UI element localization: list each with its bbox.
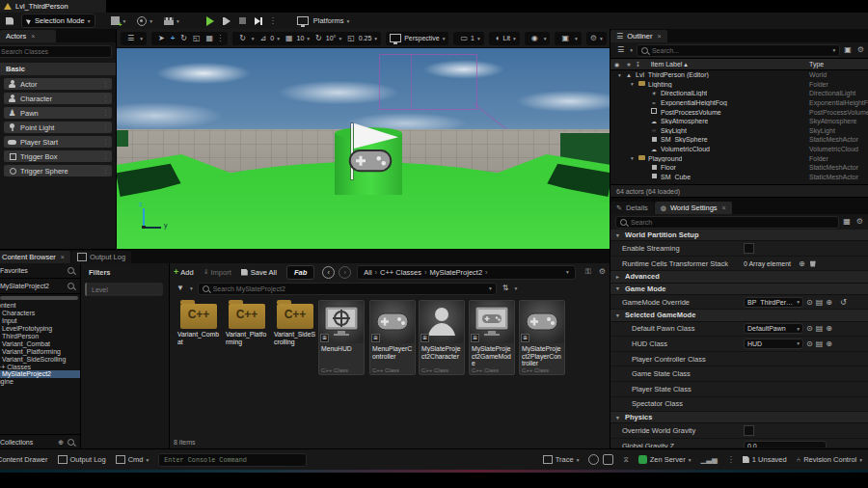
output-log-tab[interactable]: Output Log — [71, 251, 131, 263]
breadcrumb-segment[interactable]: All — [364, 268, 371, 277]
asset-tile-menuplayercontroller[interactable]: ⊞MenuPlayerControllerC++ Class — [369, 300, 416, 375]
breadcrumb[interactable]: All›C++ Classes›MySlateProject2›▾ — [357, 265, 576, 280]
folder-tree-item[interactable]: Engine — [0, 378, 80, 386]
folder-tree-item[interactable]: Characters — [0, 310, 80, 317]
rotate-tool-icon[interactable]: ↻ — [180, 34, 187, 43]
folder-tree-item[interactable]: MySlateProject2 — [0, 370, 80, 378]
use-asset-icon[interactable]: ⊙ — [806, 324, 813, 333]
search-icon[interactable] — [68, 439, 74, 446]
breadcrumb-segment[interactable]: MySlateProject2 — [430, 268, 483, 277]
tools-more-icon[interactable]: ⋮ — [216, 35, 224, 42]
project-root-header[interactable]: MySlateProject2 — [0, 279, 80, 294]
asset-tile-menuhud[interactable]: ⊞MenuHUDC++ Class — [318, 300, 365, 375]
show-flags-button[interactable]: ◉▾ — [525, 32, 551, 45]
selection-mode-button[interactable]: Selection Mode ▾ — [21, 14, 95, 28]
play-options-icon[interactable]: ⋮ — [269, 17, 277, 25]
viewport-scene[interactable]: z y — [117, 48, 610, 249]
viewport-options-icon[interactable]: ☰ — [127, 34, 134, 43]
save-all-button[interactable]: Save All — [241, 268, 277, 277]
asset-folder-variant_platforming[interactable]: C++Variant_Platforming — [224, 300, 270, 345]
place-actor-item-character[interactable]: Character⋮ — [4, 93, 112, 104]
back-icon[interactable]: ‹ — [322, 266, 335, 279]
browse-icon[interactable]: ▤ — [816, 339, 824, 348]
place-actor-item-trigger-sphere[interactable]: Trigger Sphere⋮ — [4, 165, 112, 176]
checkbox[interactable] — [744, 425, 754, 436]
collections-header[interactable]: Collections ⊕ — [0, 434, 80, 449]
place-actor-item-trigger-box[interactable]: Trigger Box⋮ — [4, 150, 112, 162]
world-grid-icon[interactable]: ▦ — [206, 34, 214, 43]
trace-dropdown[interactable]: Trace▾ — [543, 455, 580, 464]
asset-folder-variant_combat[interactable]: C++Variant_Combat — [176, 300, 222, 345]
blueprints-icon[interactable] — [137, 16, 147, 26]
folder-tree-item[interactable]: Content — [0, 302, 80, 310]
pin-column-icon[interactable]: ↧ — [636, 60, 640, 69]
play-button[interactable] — [206, 16, 214, 26]
asset-tile-myslateproject2playercontroller[interactable]: ⊞MySlateProject2PlayerControllerC++ Clas… — [519, 300, 565, 375]
expander-icon[interactable]: ▾ — [631, 81, 637, 87]
class-select-dropdown[interactable]: BP_ThirdPersonG▾ — [744, 297, 803, 308]
reset-to-default-icon[interactable]: ↺ — [840, 298, 847, 307]
asset-folder-variant_sidescrolling[interactable]: C++Variant_SideScrolling — [272, 300, 318, 345]
content-drawer-button[interactable]: Content Drawer — [0, 455, 48, 464]
fab-button[interactable]: Fab — [286, 265, 314, 280]
section-header-advanced[interactable]: ▸Advanced — [610, 271, 868, 283]
use-asset-icon[interactable]: ⊙ — [806, 298, 813, 307]
scale-tool-icon[interactable]: ◱ — [193, 34, 201, 43]
platforms-button[interactable]: Platforms ▾ — [292, 14, 354, 27]
rotation-snap-value[interactable]: 10° — [326, 35, 337, 41]
grid-snap-icon[interactable]: ▦ — [285, 34, 293, 43]
record-icon[interactable] — [603, 454, 613, 465]
zen-server-dropdown[interactable]: Zen Server▾ — [638, 455, 692, 464]
output-log-button[interactable]: Output Log — [58, 455, 106, 464]
move-tool-icon[interactable]: + — [171, 34, 176, 43]
revision-control-dropdown[interactable]: ⑃ Revision Control▾ — [797, 455, 862, 464]
star-column-icon[interactable]: ★ — [626, 61, 631, 68]
performance-icon[interactable]: ▁▃▅ — [701, 455, 718, 464]
play-from-here-button[interactable] — [223, 17, 231, 25]
asset-tile-myslateproject2character[interactable]: ⊞MySlateProject2CharacterC++ Class — [419, 300, 465, 375]
new-asset-icon[interactable]: ⊕ — [826, 339, 832, 348]
close-icon[interactable]: × — [657, 33, 661, 40]
outliner-row[interactable]: FloorStaticMeshActor — [610, 163, 868, 173]
place-actor-item-actor[interactable]: Actor⋮ — [4, 78, 112, 90]
place-actor-item-point-light[interactable]: Point Light⋮ — [4, 122, 112, 133]
gear-icon[interactable]: ⚙ — [857, 46, 864, 54]
browse-icon[interactable]: ▤ — [816, 298, 824, 307]
surface-snap-icon[interactable]: ⊿ — [260, 34, 267, 43]
view-mode-button[interactable]: ◐ Lit▾ — [489, 32, 520, 45]
outliner-row[interactable]: ☁VolumetricCloudVolumetricCloud — [610, 145, 868, 154]
outliner-row[interactable]: ☼SkyLightSkyLight — [610, 126, 868, 136]
actors-category-header[interactable]: Basic — [0, 63, 116, 75]
console-command-input[interactable]: Enter Console Command — [158, 453, 307, 467]
actors-search-input[interactable]: Search Classes — [0, 45, 112, 58]
details-search-input[interactable]: Search — [615, 216, 839, 229]
close-icon[interactable]: × — [61, 254, 65, 260]
close-icon[interactable]: × — [31, 33, 35, 40]
breadcrumb-segment[interactable]: C++ Classes — [380, 268, 421, 277]
class-select-dropdown[interactable]: DefaultPawn▾ — [744, 323, 803, 334]
section-header-physics[interactable]: ▾Physics — [610, 412, 868, 423]
outliner-tab[interactable]: ☰ Outliner × — [610, 30, 667, 42]
rotation-snap-icon[interactable]: ↻ — [315, 34, 322, 43]
eye-column-icon[interactable]: ◉ — [614, 60, 619, 69]
favorites-header[interactable]: Favorites — [0, 263, 80, 279]
outliner-row[interactable]: PostProcessVolumePostProcessVolume — [610, 107, 868, 117]
value-input[interactable]: 0.0 — [744, 441, 827, 447]
outliner-row[interactable]: SM_SkySphereStaticMeshActor — [610, 135, 868, 145]
screen-size-button[interactable]: ▭ 1▾ — [453, 32, 483, 45]
type-column-header[interactable]: Type — [809, 61, 824, 68]
folder-tree-item[interactable]: Input — [0, 317, 80, 325]
search-icon[interactable] — [68, 267, 74, 274]
checkbox[interactable] — [744, 243, 754, 254]
section-header-selected-gamemode[interactable]: ▾Selected GameMode — [610, 310, 868, 321]
asset-search-input[interactable]: Search MySlateProject2 ▾ — [198, 283, 497, 295]
folder-tree-item[interactable]: ThirdPerson — [0, 333, 80, 340]
gear-icon[interactable]: ⚙ — [856, 218, 863, 226]
new-asset-icon[interactable]: ⊕ — [826, 298, 832, 307]
add-button[interactable]: +Add — [174, 267, 194, 277]
screenshot-icon[interactable] — [588, 454, 599, 465]
outliner-row[interactable]: ▾LightingFolder — [610, 80, 868, 90]
details-tab[interactable]: ✎ Details — [610, 202, 654, 214]
scale-snap-icon[interactable]: ◱ — [347, 34, 355, 43]
class-select-dropdown[interactable]: HUD▾ — [744, 339, 803, 349]
